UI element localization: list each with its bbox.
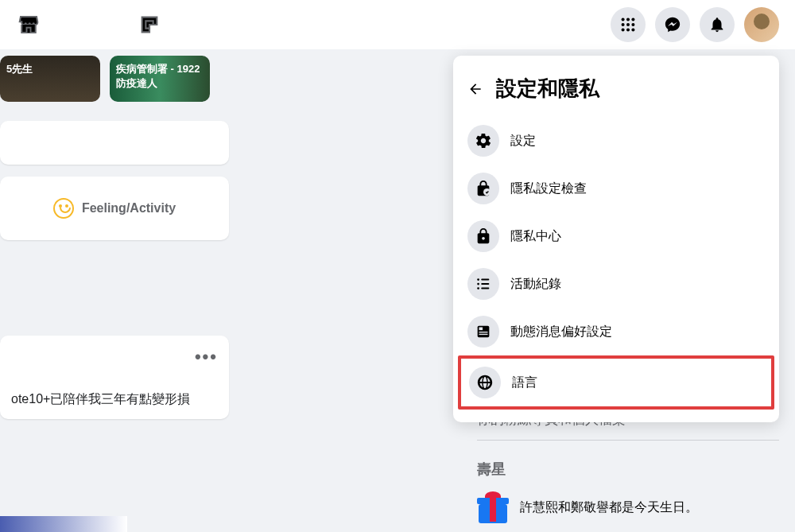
birthday-title: 壽星 xyxy=(477,460,779,479)
story-label: 疾病管制署 - 1922 防疫達人 xyxy=(116,62,204,91)
svg-point-1 xyxy=(626,18,630,21)
list-icon xyxy=(467,268,499,300)
profile-avatar[interactable] xyxy=(744,7,779,42)
menu-button[interactable] xyxy=(611,7,646,42)
menu-label: 隱私中心 xyxy=(510,228,561,245)
menu-label: 設定 xyxy=(510,133,536,150)
header-right xyxy=(611,7,779,42)
settings-dropdown: 設定和隱私 設定 隱私設定檢查 xyxy=(453,56,779,422)
birthday-row[interactable]: 許慧熙和鄭敬譽都是今天生日。 xyxy=(477,491,779,523)
svg-point-3 xyxy=(622,23,625,26)
stories-row: 5先生 疾病管制署 - 1922 防疫達人 xyxy=(0,56,210,102)
svg-point-12 xyxy=(477,283,479,285)
feeling-label: Feeling/Activity xyxy=(82,201,176,216)
svg-rect-11 xyxy=(481,279,489,281)
post-more-button[interactable]: ••• xyxy=(11,347,218,367)
lock-icon xyxy=(467,220,499,252)
story-card[interactable]: 疾病管制署 - 1922 防疫達人 xyxy=(110,56,210,102)
svg-point-4 xyxy=(626,23,630,26)
svg-point-8 xyxy=(631,28,634,31)
svg-rect-19 xyxy=(479,334,488,335)
composer-card[interactable] xyxy=(0,121,229,165)
gaming-icon[interactable] xyxy=(137,12,162,37)
gift-icon xyxy=(477,491,509,523)
notifications-button[interactable] xyxy=(700,7,735,42)
menu-item-activity-log[interactable]: 活動紀錄 xyxy=(460,260,773,308)
post-image-preview xyxy=(0,516,127,532)
svg-point-5 xyxy=(631,23,634,26)
svg-point-6 xyxy=(622,28,625,31)
birthday-text: 許慧熙和鄭敬譽都是今天生日。 xyxy=(520,499,698,516)
svg-rect-13 xyxy=(481,283,489,285)
header-left xyxy=(16,12,162,37)
menu-item-feed-prefs[interactable]: 動態消息偏好設定 xyxy=(460,308,773,355)
post-text: ote10+已陪伴我三年有點變形損 xyxy=(11,391,218,408)
svg-rect-17 xyxy=(479,328,483,331)
menu-label: 隱私設定檢查 xyxy=(510,181,587,197)
svg-point-2 xyxy=(631,18,634,21)
feeling-activity-card[interactable]: Feeling/Activity xyxy=(0,177,229,240)
story-label: 5先生 xyxy=(6,62,33,76)
dropdown-title: 設定和隱私 xyxy=(496,75,599,103)
menu-item-privacy-checkup[interactable]: 隱私設定檢查 xyxy=(460,165,773,212)
menu-item-privacy-center[interactable]: 隱私中心 xyxy=(460,212,773,260)
top-header xyxy=(0,0,795,49)
back-button[interactable] xyxy=(467,81,483,97)
post-card: ••• ote10+已陪伴我三年有點變形損 xyxy=(0,336,229,419)
svg-rect-18 xyxy=(479,332,488,332)
marketplace-icon[interactable] xyxy=(16,12,41,37)
feed-icon xyxy=(467,316,499,348)
svg-point-14 xyxy=(477,287,479,289)
menu-label: 活動紀錄 xyxy=(510,276,561,293)
content-area: 5先生 疾病管制署 - 1922 防疫達人 Feeling/Activity •… xyxy=(0,49,795,532)
story-card[interactable]: 5先生 xyxy=(0,56,100,102)
svg-point-0 xyxy=(622,18,625,21)
menu-label: 語言 xyxy=(512,375,537,391)
gear-icon xyxy=(467,125,499,157)
sidebar-section: 你的粉絲專頁和個人檔案 壽星 許慧熙和鄭敬譽都是今天生日。 xyxy=(477,407,779,523)
globe-icon xyxy=(469,367,501,398)
feeling-icon xyxy=(53,198,74,219)
menu-item-language[interactable]: 語言 xyxy=(458,355,774,410)
messenger-button[interactable] xyxy=(655,7,690,42)
svg-point-10 xyxy=(477,278,479,281)
lock-check-icon xyxy=(467,173,499,204)
svg-rect-15 xyxy=(481,288,489,289)
menu-item-settings[interactable]: 設定 xyxy=(460,117,773,165)
menu-label: 動態消息偏好設定 xyxy=(510,324,612,340)
svg-point-7 xyxy=(626,28,630,31)
dropdown-header: 設定和隱私 xyxy=(460,68,773,117)
